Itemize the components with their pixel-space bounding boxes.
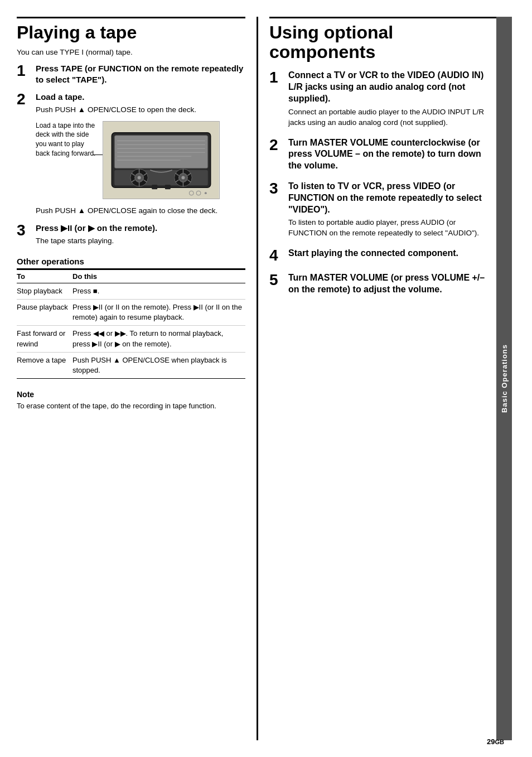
step-2-body-after: Push PUSH ▲ OPEN/CLOSE again to close th…: [36, 206, 245, 216]
instruction-remove: Push PUSH ▲ OPEN/CLOSE when playback is …: [72, 352, 245, 378]
other-ops-title: Other operations: [17, 257, 245, 269]
right-step-5-number: 5: [269, 272, 285, 288]
right-step-1: 1 Connect a TV or VCR to the VIDEO (AUDI…: [269, 70, 496, 128]
table-row: Stop playback Press ■.: [17, 283, 245, 299]
right-step-4-title: Start playing the connected component.: [288, 248, 496, 259]
right-step-5-content: Turn MASTER VOLUME (or press VOLUME +/– …: [288, 272, 496, 296]
right-step-4-number: 4: [269, 248, 285, 263]
svg-rect-2: [114, 135, 208, 168]
right-step-1-number: 1: [269, 70, 285, 85]
table-row: Pause playback Press ▶II (or II on the r…: [17, 300, 245, 326]
tape-illustration: Load a tape into the deck with the side …: [36, 121, 245, 199]
step-2-number: 2: [17, 91, 32, 107]
instruction-stop: Press ■.: [72, 283, 245, 299]
svg-point-32: [205, 192, 207, 194]
left-section-title: Playing a tape: [17, 17, 245, 42]
right-step-3-body: To listen to portable audio player, pres…: [288, 218, 496, 239]
step-2-content: Load a tape. Push PUSH ▲ OPEN/CLOSE to o…: [36, 91, 245, 216]
step-1: 1 Press TAPE (or FUNCTION on the remote …: [17, 63, 245, 85]
right-step-4: 4 Start playing the connected component.: [269, 248, 496, 263]
note-text: To erase content of the tape, do the rec…: [17, 401, 245, 411]
tape-caption: Load a tape into the deck with the side …: [36, 121, 100, 158]
right-step-1-content: Connect a TV or VCR to the VIDEO (AUDIO …: [288, 70, 496, 128]
instruction-pause: Press ▶II (or II on the remote). Press ▶…: [72, 300, 245, 326]
svg-point-12: [138, 176, 141, 179]
right-step-1-title: Connect a TV or VCR to the VIDEO (AUDIO …: [288, 70, 496, 104]
action-pause: Pause playback: [17, 300, 72, 326]
sidebar-tab: Basic Operations: [496, 17, 512, 740]
action-ff: Fast forward or rewind: [17, 326, 72, 352]
right-step-1-body: Connect an portable audio player to the …: [288, 107, 496, 128]
step-2-body-before: Push PUSH ▲ OPEN/CLOSE to open the deck.: [36, 105, 245, 115]
step-3-number: 3: [17, 223, 32, 238]
table-row: Remove a tape Push PUSH ▲ OPEN/CLOSE whe…: [17, 352, 245, 378]
sidebar-label: Basic Operations: [500, 344, 509, 413]
left-column: Playing a tape You can use TYPE I (norma…: [17, 17, 257, 740]
right-step-5-title: Turn MASTER VOLUME (or press VOLUME +/– …: [288, 272, 496, 296]
col-do: Do this: [72, 269, 245, 283]
step-2: 2 Load a tape. Push PUSH ▲ OPEN/CLOSE to…: [17, 91, 245, 216]
right-step-2-title: Turn MASTER VOLUME counterclockwise (or …: [288, 137, 496, 172]
action-stop: Stop playback: [17, 283, 72, 299]
step-3-content: Press ▶II (or ▶ on the remote). The tape…: [36, 223, 245, 246]
col-to: To: [17, 269, 72, 283]
right-column: Using optional components 1 Connect a TV…: [257, 17, 496, 740]
step-2-title: Load a tape.: [36, 91, 245, 103]
svg-point-21: [181, 176, 185, 179]
ops-table: To Do this Stop playback Press ■. Pause …: [17, 269, 245, 379]
right-step-2-content: Turn MASTER VOLUME counterclockwise (or …: [288, 137, 496, 172]
right-section-title: Using optional components: [269, 17, 496, 62]
other-operations-section: Other operations To Do this Stop playbac…: [17, 257, 245, 379]
action-remove: Remove a tape: [17, 352, 72, 378]
svg-rect-28: [152, 185, 157, 189]
right-step-5: 5 Turn MASTER VOLUME (or press VOLUME +/…: [269, 272, 496, 296]
right-step-3-title: To listen to TV or VCR, press VIDEO (or …: [288, 181, 496, 215]
step-3-body: The tape starts playing.: [36, 236, 245, 247]
note-section: Note To erase content of the tape, do th…: [17, 390, 245, 411]
step-1-title: Press TAPE (or FUNCTION on the remote re…: [36, 63, 245, 85]
right-step-3-content: To listen to TV or VCR, press VIDEO (or …: [288, 181, 496, 239]
tape-image: [103, 121, 220, 199]
right-step-3: 3 To listen to TV or VCR, press VIDEO (o…: [269, 181, 496, 239]
intro-text: You can use TYPE I (normal) tape.: [17, 48, 245, 56]
step-3: 3 Press ▶II (or ▶ on the remote). The ta…: [17, 223, 245, 246]
instruction-ff: Press ◀◀ or ▶▶. To return to normal play…: [72, 326, 245, 352]
right-step-2-number: 2: [269, 137, 285, 153]
step-1-number: 1: [17, 63, 32, 79]
right-step-3-number: 3: [269, 181, 285, 196]
right-step-4-content: Start playing the connected component.: [288, 248, 496, 259]
step-1-content: Press TAPE (or FUNCTION on the remote re…: [36, 63, 245, 85]
page-number: 29GB: [487, 737, 504, 746]
note-title: Note: [17, 390, 245, 399]
svg-rect-29: [165, 185, 171, 189]
step-3-title: Press ▶II (or ▶ on the remote).: [36, 223, 245, 234]
table-row: Fast forward or rewind Press ◀◀ or ▶▶. T…: [17, 326, 245, 352]
right-step-2: 2 Turn MASTER VOLUME counterclockwise (o…: [269, 137, 496, 172]
